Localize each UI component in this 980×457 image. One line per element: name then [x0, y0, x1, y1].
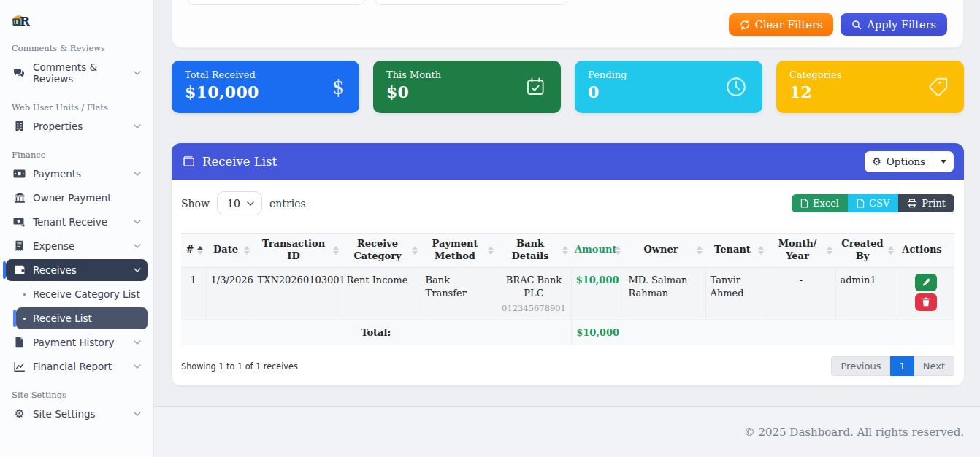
panel-body: Show 10 entries Excel CSV [172, 180, 964, 385]
pagination-page-1[interactable]: 1 [890, 356, 914, 376]
show-label: Show [181, 198, 210, 210]
stat-label: Total Received [185, 69, 346, 80]
column-header-transaction-id[interactable]: Transaction ID [253, 234, 342, 268]
apply-filters-button[interactable]: Apply Filters [841, 13, 947, 36]
cell-transaction-id: TXN20260103001 [253, 267, 342, 320]
logo-icon: R [10, 11, 30, 29]
refresh-icon [740, 20, 750, 30]
sort-icon [697, 246, 703, 255]
filter-actions: Clear Filters Apply Filters [187, 13, 949, 36]
cell-num: 1 [181, 267, 206, 320]
gear-icon: ⚙ [872, 156, 881, 166]
clear-filters-button[interactable]: Clear Filters [729, 13, 834, 36]
sidebar-item-label: Receives [33, 264, 77, 276]
column-header-created-by[interactable]: Created By [835, 234, 897, 268]
pagination-next[interactable]: Next [914, 356, 954, 376]
sort-icon [244, 246, 250, 255]
banknote-icon [12, 169, 26, 178]
chevron-down-icon [134, 124, 141, 128]
sidebar-item-comments-reviews[interactable]: Comments & Reviews [6, 56, 148, 90]
column-header-receive-category[interactable]: Receive Category [342, 234, 421, 268]
delete-button[interactable] [915, 293, 937, 311]
stat-cards-row: Total Received $10,000 $ This Month $0 P… [172, 61, 964, 113]
table-footer: Showing 1 to 1 of 1 receives Previous 1 … [181, 356, 954, 376]
wallet-icon [12, 265, 26, 275]
sidebar-subitem-receive-category-list[interactable]: Receive Category List [16, 283, 148, 305]
page-length-control: Show 10 entries [181, 191, 306, 215]
entries-label: entries [269, 198, 306, 210]
cell-bank-details: BRAC Bank PLC 012345678901 [497, 267, 571, 320]
pencil-icon [922, 278, 930, 287]
column-header-bank-details[interactable]: Bank Details [497, 234, 571, 268]
apply-filters-label: Apply Filters [867, 19, 936, 31]
sort-icon [197, 246, 203, 255]
sort-icon [412, 246, 418, 255]
cell-actions [897, 267, 954, 320]
sidebar-section-site-settings: Site Settings [12, 390, 142, 400]
sort-icon [488, 246, 494, 255]
excel-file-icon [800, 199, 808, 208]
csv-button[interactable]: CSV [848, 194, 898, 212]
sidebar-item-tenant-receive[interactable]: Tenant Receive [6, 211, 148, 233]
results-summary: Showing 1 to 1 of 1 receives [181, 361, 298, 372]
sidebar-item-label: Properties [33, 120, 83, 132]
filter-input-1[interactable] [187, 0, 366, 5]
sidebar-item-expense[interactable]: Expense [6, 235, 148, 257]
calendar-check-icon [524, 76, 546, 98]
sidebar-item-payments[interactable]: Payments [6, 163, 148, 185]
chevron-down-icon [134, 412, 141, 416]
pagination: Previous 1 Next [831, 356, 954, 376]
column-header-payment-method[interactable]: Payment Method [421, 234, 497, 268]
divider [933, 156, 933, 167]
chevron-down-icon [134, 340, 141, 345]
cell-date: 1/3/2026 [206, 267, 253, 320]
sidebar-item-site-settings[interactable]: ⚙ Site Settings [6, 403, 148, 425]
column-header-tenant[interactable]: Tenant [705, 234, 767, 268]
entries-select[interactable]: 10 [217, 191, 262, 215]
column-header-actions: Actions [897, 234, 954, 268]
stat-label: Categories [789, 69, 951, 80]
pagination-previous[interactable]: Previous [831, 356, 890, 376]
sidebar-subitem-receive-list[interactable]: Receive List [16, 307, 148, 329]
sort-icon [615, 246, 621, 255]
cell-receive-category: Rent Income [342, 267, 421, 320]
panel-header: Receive List ⚙ Options [172, 143, 964, 180]
sidebar-item-label: Payments [33, 168, 81, 180]
filters-card: Clear Filters Apply Filters [172, 0, 964, 48]
column-header-month-year[interactable]: Month/ Year [767, 234, 835, 268]
edit-button[interactable] [915, 274, 937, 291]
bullet-dot-icon [23, 293, 26, 296]
sidebar-item-financial-report[interactable]: Financial Report [6, 356, 148, 377]
sidebar-item-properties[interactable]: Properties [6, 115, 148, 137]
print-button[interactable]: Print [898, 194, 954, 212]
stat-value: $10,000 [185, 82, 346, 101]
sidebar-item-label: Payment History [33, 337, 114, 348]
sidebar-item-owner-payment[interactable]: Owner Payment [6, 187, 148, 209]
csv-label: CSV [869, 198, 889, 209]
sidebar-item-payment-history[interactable]: Payment History [6, 331, 148, 353]
export-button-group: Excel CSV Print [792, 194, 954, 212]
column-header-amount[interactable]: Amount [571, 234, 624, 268]
bank-name: BRAC Bank PLC [506, 274, 562, 299]
options-button[interactable]: ⚙ Options [865, 151, 954, 172]
file-icon [12, 337, 26, 348]
stat-value: 12 [789, 82, 951, 101]
column-header-date[interactable]: Date [206, 234, 253, 268]
sidebar-item-label: Financial Report [33, 361, 112, 372]
wallet-icon [182, 155, 196, 168]
cell-tenant: Tanvir Ahmed [705, 267, 767, 320]
total-row-spacer [624, 320, 954, 345]
excel-button[interactable]: Excel [792, 194, 848, 212]
bank-icon [12, 192, 26, 204]
filter-input-2[interactable] [374, 0, 568, 5]
column-header-owner[interactable]: Owner [624, 234, 705, 268]
cell-created-by: admin1 [835, 267, 897, 320]
column-header-num[interactable]: # [181, 234, 206, 268]
page-footer: © 2025 Dashboard. All rights reserved. [154, 406, 980, 457]
sidebar-item-receives[interactable]: Receives [6, 259, 148, 281]
app-logo[interactable]: R [0, 0, 153, 31]
search-icon [851, 20, 862, 30]
sidebar-section-web-user-units: Web User Units / Flats [12, 102, 142, 112]
stat-value: $0 [386, 82, 548, 101]
sidebar-item-label: Tenant Receive [33, 216, 107, 228]
